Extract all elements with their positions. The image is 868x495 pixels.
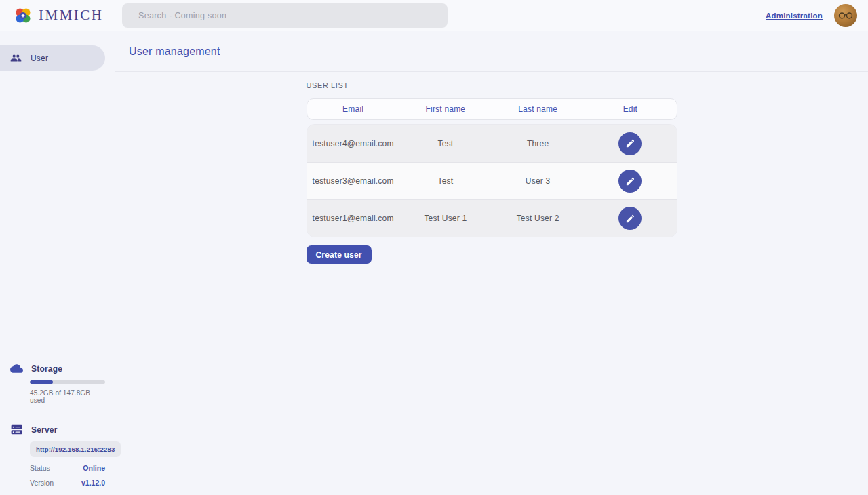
column-header-last-name: Last name <box>492 104 584 114</box>
user-avatar[interactable] <box>834 4 857 27</box>
administration-link[interactable]: Administration <box>766 12 823 20</box>
user-table-body: testuser4@email.com Test Three testuser3… <box>307 124 677 237</box>
pencil-icon <box>625 176 635 186</box>
column-header-edit: Edit <box>584 104 676 114</box>
user-table-header: Email First name Last name Edit <box>307 98 677 120</box>
pencil-icon <box>625 138 635 148</box>
immich-logo-icon <box>14 6 33 25</box>
sidebar: User Storage 45.2GB of 147.8GB used <box>0 31 115 495</box>
cloud-icon <box>10 362 23 375</box>
storage-usage-text: 45.2GB of 147.8GB used <box>30 389 105 404</box>
cell-email: testuser1@email.com <box>307 214 399 223</box>
server-title: Server <box>31 425 58 435</box>
version-value: v1.12.0 <box>81 479 105 487</box>
table-row: testuser4@email.com Test Three <box>307 125 677 162</box>
storage-title: Storage <box>31 364 62 374</box>
cell-first-name: Test User 1 <box>399 214 492 223</box>
users-icon <box>10 52 22 64</box>
edit-user-button[interactable] <box>618 170 642 193</box>
cell-email: testuser4@email.com <box>307 139 399 148</box>
storage-progress-bar <box>30 380 105 384</box>
search-input[interactable] <box>122 3 448 28</box>
cell-email: testuser3@email.com <box>307 176 399 186</box>
server-url-chip: http://192.168.1.216:2283 <box>30 441 121 457</box>
edit-user-button[interactable] <box>618 132 642 155</box>
table-row: testuser3@email.com Test User 3 <box>307 162 677 199</box>
top-bar: IMMICH Administration <box>0 0 868 31</box>
sidebar-item-user-label: User <box>31 54 48 63</box>
brand-name: IMMICH <box>39 7 104 24</box>
brand[interactable]: IMMICH <box>14 6 122 25</box>
column-header-first-name: First name <box>399 104 492 114</box>
pencil-icon <box>625 214 635 224</box>
edit-user-button[interactable] <box>618 207 642 230</box>
cell-first-name: Test <box>399 176 492 186</box>
sidebar-divider <box>10 414 105 414</box>
create-user-button[interactable]: Create user <box>307 245 372 264</box>
column-header-email: Email <box>307 104 399 114</box>
status-value: Online <box>83 464 105 472</box>
cell-first-name: Test <box>399 139 492 148</box>
cell-last-name: Test User 2 <box>492 214 584 223</box>
server-version-row: Version v1.12.0 <box>30 479 105 487</box>
cell-last-name: Three <box>492 139 584 148</box>
main-area: User management USER LIST Email First na… <box>115 31 868 495</box>
page-title: User management <box>129 45 220 58</box>
storage-progress-fill <box>30 380 53 384</box>
user-list-label: USER LIST <box>307 81 677 90</box>
sidebar-footer: Storage 45.2GB of 147.8GB used <box>0 362 115 487</box>
cell-last-name: User 3 <box>492 176 584 186</box>
server-status-row: Status Online <box>30 464 105 472</box>
sidebar-item-user[interactable]: User <box>0 45 105 71</box>
server-icon <box>10 423 23 436</box>
version-label: Version <box>30 479 54 487</box>
main-header: User management <box>115 31 868 72</box>
status-label: Status <box>30 464 50 472</box>
table-row: testuser1@email.com Test User 1 Test Use… <box>307 199 677 237</box>
glasses-photo-icon <box>838 12 853 20</box>
